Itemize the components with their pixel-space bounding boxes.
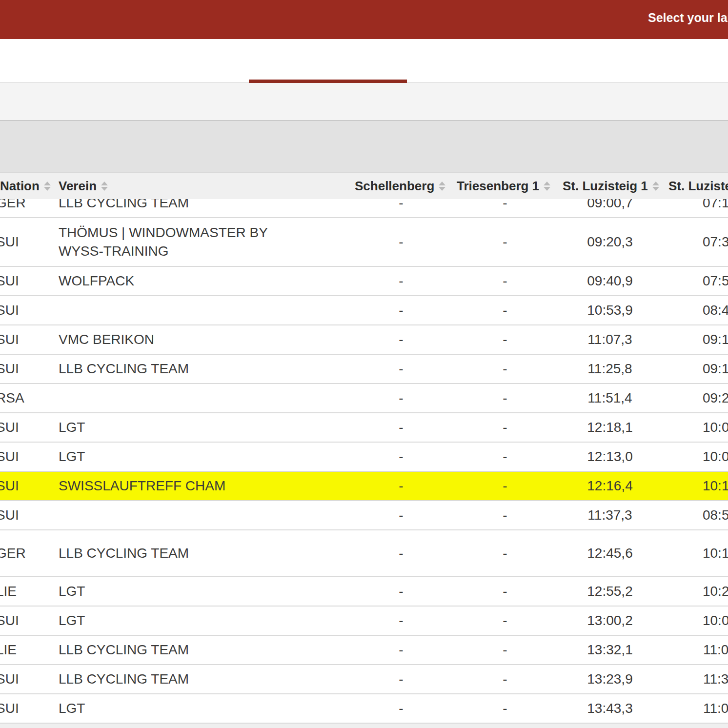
results-page: Select your language Teilnehmer Live Erg… [0, 0, 728, 728]
cell-st-luzisteig-2: 10:00 [671, 449, 728, 465]
cell-nation: SUI [0, 671, 59, 687]
column-header-st-luzisteig-1[interactable]: St. Luzisteig 1 [563, 173, 659, 199]
cell-schellenberg: - [341, 361, 461, 377]
cell-triesenberg-1: - [461, 332, 549, 347]
table-row[interactable]: GERLLB CYCLING TEAM--12:45,610:18 [0, 530, 728, 577]
cell-schellenberg: - [341, 273, 461, 289]
cell-nation: SUI [0, 449, 59, 465]
cell-nation: SUI [0, 701, 59, 716]
cell-verein: LGT [59, 418, 315, 437]
table-row[interactable]: SUILGT--13:43,311:05 [0, 694, 728, 724]
cell-st-luzisteig-1: 12:18,1 [549, 420, 671, 435]
cell-st-luzisteig-2: 10:15 [671, 478, 728, 494]
cell-verein: VMC BERIKON [59, 330, 315, 349]
cell-st-luzisteig-1: 13:32,1 [549, 642, 671, 658]
table-row[interactable]: SUIWOLFPACK--09:40,907:59 [0, 267, 728, 296]
cell-st-luzisteig-1: 11:07,3 [549, 332, 671, 347]
cell-nation: RSA [0, 390, 59, 406]
cell-st-luzisteig-1: 13:00,2 [549, 613, 671, 628]
cell-schellenberg: - [341, 701, 461, 716]
cell-triesenberg-1: - [461, 546, 549, 561]
cell-verein: LLB CYCLING TEAM [59, 670, 315, 688]
cell-verein: LLB CYCLING TEAM [59, 641, 315, 659]
column-label: Nation [0, 179, 40, 194]
cell-nation: SUI [0, 420, 59, 435]
table-row[interactable]: SUILLB CYCLING TEAM--11:25,809:12 [0, 355, 728, 384]
cell-verein: SWISSLAUFTREFF CHAM [59, 477, 315, 495]
cell-schellenberg: - [341, 332, 461, 347]
table-row[interactable]: SUILLB CYCLING TEAM--13:23,911:39 [0, 665, 728, 694]
cell-st-luzisteig-1: 13:43,3 [549, 701, 671, 716]
cell-st-luzisteig-1: 11:51,4 [549, 390, 671, 406]
cell-st-luzisteig-2: 10:00 [671, 613, 728, 628]
cell-st-luzisteig-2: 10:18 [671, 546, 728, 561]
cell-triesenberg-1: - [461, 701, 549, 716]
cell-triesenberg-1: - [461, 420, 549, 435]
cell-triesenberg-1: - [461, 507, 549, 523]
cell-st-luzisteig-2: 08:54 [671, 507, 728, 523]
table-row[interactable]: SUILGT--12:18,110:02 [0, 413, 728, 443]
cell-st-luzisteig-2: 08:48 [671, 303, 728, 318]
cell-triesenberg-1: - [461, 478, 549, 494]
cell-st-luzisteig-2: 10:29 [671, 584, 728, 599]
column-header-triesenberg-1[interactable]: Triesenberg 1 [457, 173, 550, 199]
cell-st-luzisteig-2: 07:59 [671, 273, 728, 289]
nav-tabs-bar: Teilnehmer Live Ergebnisse Kontakt [0, 39, 728, 83]
cell-verein: LGT [59, 447, 315, 466]
cell-st-luzisteig-1: 12:45,6 [549, 546, 671, 561]
cell-st-luzisteig-1: 11:37,3 [549, 507, 671, 523]
table-row[interactable]: RSA--11:51,409:29 [0, 384, 728, 413]
cell-nation: SUI [0, 303, 59, 318]
table-row[interactable]: LIELGT--12:55,210:29 [0, 577, 728, 607]
cell-st-luzisteig-2: 09:12 [671, 361, 728, 377]
column-header-verein[interactable]: Verein [59, 173, 108, 199]
language-selector[interactable]: Select your language [648, 11, 728, 25]
table-row[interactable]: SUITHÖMUS | WINDOWMASTER BY WYSS-TRAININ… [0, 218, 728, 267]
column-header-nation[interactable]: Nation [0, 173, 51, 199]
table-row[interactable]: SUILGT--13:00,210:00 [0, 607, 728, 636]
sort-icon [101, 182, 108, 191]
cell-st-luzisteig-1: 12:13,0 [549, 449, 671, 465]
table-row[interactable]: SUI--10:53,908:48 [0, 296, 728, 325]
cell-schellenberg: - [341, 390, 461, 406]
cell-triesenberg-1: - [461, 303, 549, 318]
cell-schellenberg: - [341, 420, 461, 435]
cell-nation: SUI [0, 273, 59, 289]
cell-st-luzisteig-1: 13:23,9 [549, 671, 671, 687]
cell-triesenberg-1: - [461, 449, 549, 465]
table-row[interactable]: SUILGT--12:13,010:00 [0, 443, 728, 472]
column-label: St. Luzisteig 1 [563, 179, 648, 194]
cell-schellenberg: - [341, 642, 461, 658]
cell-triesenberg-1: - [461, 671, 549, 687]
cell-st-luzisteig-2: 11:39 [671, 671, 728, 687]
cell-st-luzisteig-2: 07:36 [671, 234, 728, 250]
column-header-st-luzisteig-2[interactable]: St. Luzisteig 2 [668, 173, 728, 199]
table-row[interactable]: LIELLB CYCLING TEAM--13:32,111:04 [0, 636, 728, 665]
results-table-body: GERLLB CYCLING TEAM--09:00,707:14SUITHÖM… [0, 189, 728, 724]
cell-st-luzisteig-1: 12:55,2 [549, 584, 671, 599]
cell-st-luzisteig-2: 09:29 [671, 390, 728, 406]
cell-st-luzisteig-1: 10:53,9 [549, 303, 671, 318]
cell-schellenberg: - [341, 613, 461, 628]
cell-verein: LLB CYCLING TEAM [59, 360, 315, 378]
cell-nation: SUI [0, 332, 59, 347]
cell-triesenberg-1: - [461, 642, 549, 658]
sort-icon [652, 182, 659, 191]
cell-triesenberg-1: - [461, 584, 549, 599]
cell-nation: SUI [0, 613, 59, 628]
column-header-schellenberg[interactable]: Schellenberg [355, 173, 445, 199]
cell-nation: GER [0, 546, 59, 561]
next-row-partial [0, 724, 728, 728]
cell-nation: LIE [0, 584, 59, 599]
table-row-highlighted[interactable]: SUISWISSLAUFTREFF CHAM--12:16,410:15 [0, 472, 728, 501]
cell-triesenberg-1: - [461, 390, 549, 406]
table-row[interactable]: SUI--11:37,308:54 [0, 501, 728, 530]
cell-nation: SUI [0, 361, 59, 377]
column-label: Triesenberg 1 [457, 179, 539, 194]
cell-nation: SUI [0, 234, 59, 250]
table-row[interactable]: SUIVMC BERIKON--11:07,309:13 [0, 325, 728, 355]
cell-triesenberg-1: - [461, 234, 549, 250]
active-tab-underline [249, 80, 407, 83]
cell-verein: WOLFPACK [59, 272, 315, 290]
cell-st-luzisteig-1: 09:20,3 [549, 234, 671, 250]
